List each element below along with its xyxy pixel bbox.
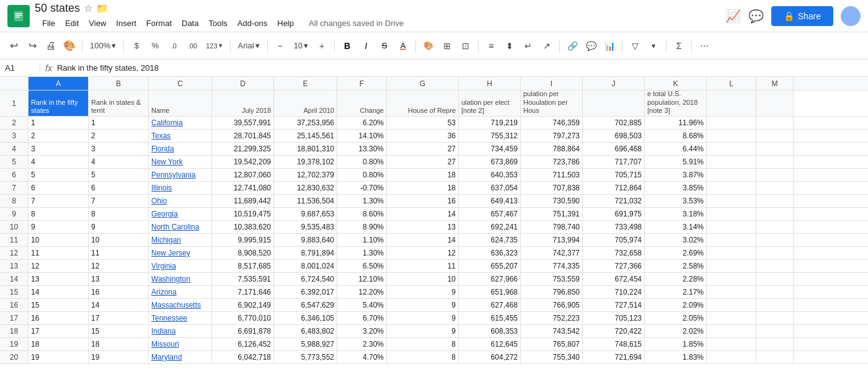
cell-d10[interactable]: 10,383,620 (212, 221, 274, 233)
cell-h20[interactable]: 604,272 (459, 351, 521, 363)
paint-format-button[interactable]: 🎨 (61, 37, 78, 55)
cell-b17[interactable]: 17 (89, 312, 149, 324)
cell-a19[interactable]: 18 (29, 338, 89, 350)
cell-l9[interactable] (707, 208, 756, 220)
cell-a18[interactable]: 17 (29, 325, 89, 337)
cell-c18[interactable]: Indiana (149, 325, 212, 337)
rotate-button[interactable]: ↗ (538, 37, 556, 55)
cell-a5[interactable]: 4 (29, 156, 89, 168)
cell-i13[interactable]: 774,335 (521, 260, 583, 272)
cell-m19[interactable] (756, 338, 794, 350)
cell-f20[interactable]: 4.70% (337, 351, 387, 363)
row-num-8[interactable]: 8 (0, 195, 29, 207)
expand-button[interactable]: ⋯ (696, 37, 713, 55)
menu-edit[interactable]: Edit (60, 16, 84, 30)
cell-d12[interactable]: 8,908,520 (212, 247, 274, 259)
col-header-h[interactable]: H (459, 77, 521, 90)
cell-i20[interactable]: 755,340 (521, 351, 583, 363)
cell-j7[interactable]: 712,864 (583, 182, 645, 194)
cell-k12[interactable]: 2.69% (645, 247, 707, 259)
cell-g17[interactable]: 9 (387, 312, 459, 324)
cell-f18[interactable]: 3.20% (337, 325, 387, 337)
cell-f11[interactable]: 1.10% (337, 234, 387, 246)
cell-l4[interactable] (707, 143, 756, 155)
cell-m12[interactable] (756, 247, 794, 259)
cell-m11[interactable] (756, 234, 794, 246)
cell-k3[interactable]: 8.68% (645, 130, 707, 142)
row-num-3[interactable]: 3 (0, 130, 29, 142)
cell-m20[interactable] (756, 351, 794, 363)
cell-e8[interactable]: 11,536,504 (274, 195, 337, 207)
cell-d17[interactable]: 6,770,010 (212, 312, 274, 324)
cell-c4[interactable]: Florida (149, 143, 212, 155)
explore-icon[interactable]: 📈 (725, 9, 741, 24)
cell-k16[interactable]: 2.09% (645, 299, 707, 311)
cell-d11[interactable]: 9,995,915 (212, 234, 274, 246)
cell-g2[interactable]: 53 (387, 117, 459, 129)
cell-b12[interactable]: 11 (89, 247, 149, 259)
cell-c13[interactable]: Virginia (149, 260, 212, 272)
cell-b2[interactable]: 1 (89, 117, 149, 129)
cell-k2[interactable]: 11.96% (645, 117, 707, 129)
cell-l19[interactable] (707, 338, 756, 350)
col-header-a[interactable]: A (29, 77, 89, 90)
cell-h4[interactable]: 734,459 (459, 143, 521, 155)
cell-i1[interactable]: pulation per Houulation per Hous (521, 91, 583, 116)
cell-g12[interactable]: 12 (387, 247, 459, 259)
row-num-17[interactable]: 17 (0, 312, 29, 324)
cell-g16[interactable]: 9 (387, 299, 459, 311)
col-header-m[interactable]: M (756, 77, 794, 90)
cell-d3[interactable]: 28,701,845 (212, 130, 274, 142)
cell-a6[interactable]: 5 (29, 169, 89, 181)
cell-a15[interactable]: 14 (29, 286, 89, 298)
cell-l8[interactable] (707, 195, 756, 207)
cell-j4[interactable]: 696,468 (583, 143, 645, 155)
comment-button[interactable]: 💬 (582, 37, 600, 55)
cell-g19[interactable]: 8 (387, 338, 459, 350)
cell-k1[interactable]: e total U.S. population, 2018 [note 3] (645, 91, 707, 116)
increase-decimal-button[interactable]: .00 (184, 37, 201, 55)
percent-button[interactable]: % (146, 37, 164, 55)
more-formats-dropdown[interactable]: 123▾ (202, 40, 226, 51)
cell-a13[interactable]: 12 (29, 260, 89, 272)
cell-j8[interactable]: 721,032 (583, 195, 645, 207)
row-num-13[interactable]: 13 (0, 260, 29, 272)
cell-c15[interactable]: Arizona (149, 286, 212, 298)
cell-c9[interactable]: Georgia (149, 208, 212, 220)
cell-l10[interactable] (707, 221, 756, 233)
cell-m16[interactable] (756, 299, 794, 311)
formula-content[interactable]: Rank in the fifty states, 2018 (57, 63, 863, 73)
cell-b10[interactable]: 9 (89, 221, 149, 233)
cell-f2[interactable]: 6.20% (337, 117, 387, 129)
menu-view[interactable]: View (84, 16, 111, 30)
avatar[interactable] (841, 6, 861, 26)
zoom-dropdown[interactable]: 100% ▾ (86, 40, 120, 51)
cell-b20[interactable]: 19 (89, 351, 149, 363)
row-num-20[interactable]: 20 (0, 351, 29, 363)
cell-h14[interactable]: 627,966 (459, 273, 521, 285)
cell-f19[interactable]: 2.30% (337, 338, 387, 350)
wrap-button[interactable]: ↵ (520, 37, 537, 55)
cell-m1[interactable] (756, 91, 794, 116)
cell-d6[interactable]: 12,807,060 (212, 169, 274, 181)
cell-m15[interactable] (756, 286, 794, 298)
cell-h18[interactable]: 608,353 (459, 325, 521, 337)
row-num-1[interactable]: 1 (0, 91, 29, 116)
cell-m3[interactable] (756, 130, 794, 142)
cell-c6[interactable]: Pennsylvania (149, 169, 212, 181)
cell-i15[interactable]: 796,850 (521, 286, 583, 298)
cell-e16[interactable]: 6,547,629 (274, 299, 337, 311)
cell-e1[interactable]: April 2010 (274, 91, 337, 116)
cell-i9[interactable]: 751,391 (521, 208, 583, 220)
cell-f12[interactable]: 1.30% (337, 247, 387, 259)
cell-l18[interactable] (707, 325, 756, 337)
cell-l13[interactable] (707, 260, 756, 272)
cell-e18[interactable]: 6,483,802 (274, 325, 337, 337)
cell-h12[interactable]: 636,323 (459, 247, 521, 259)
cell-c3[interactable]: Texas (149, 130, 212, 142)
menu-tools[interactable]: Tools (203, 16, 232, 30)
cell-i14[interactable]: 753,559 (521, 273, 583, 285)
cell-g5[interactable]: 27 (387, 156, 459, 168)
cell-c17[interactable]: Tennessee (149, 312, 212, 324)
row-num-11[interactable]: 11 (0, 234, 29, 246)
